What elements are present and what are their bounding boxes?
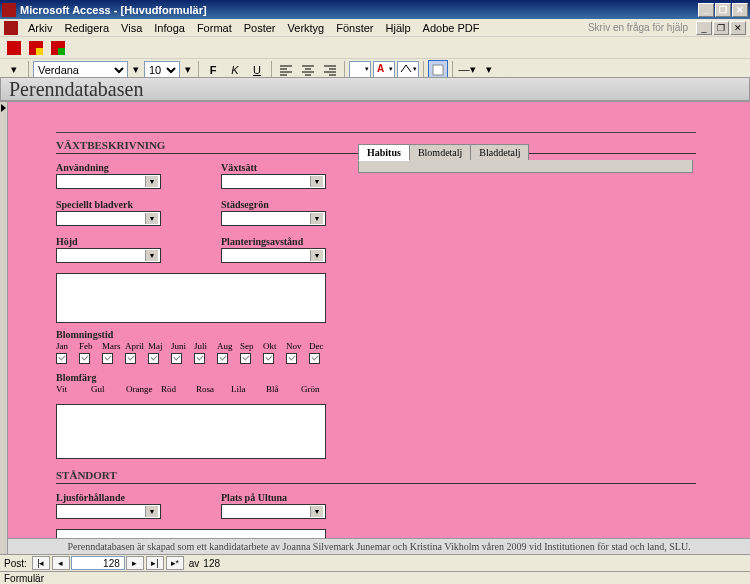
check-juni[interactable] <box>171 353 182 364</box>
combo-plantavst[interactable] <box>221 248 326 263</box>
fill-color-button[interactable] <box>349 61 371 79</box>
combo-stadse[interactable] <box>221 211 326 226</box>
pdf-mail-icon[interactable] <box>26 38 46 58</box>
svg-rect-2 <box>36 48 43 55</box>
tab-bladdetalj[interactable]: Bladdetalj <box>470 144 529 161</box>
form-header: Perenndatabasen <box>0 77 750 101</box>
month-label: Maj <box>148 341 171 351</box>
check-mars[interactable] <box>102 353 113 364</box>
form-icon <box>4 21 18 35</box>
check-jan[interactable] <box>56 353 67 364</box>
label-anvandning: Användning <box>56 162 161 173</box>
month-header-row: Jan Feb Mars April Maj Juni Juli Aug Sep… <box>56 341 750 351</box>
color-label: Orange <box>126 384 161 394</box>
doc-close-button[interactable]: ✕ <box>730 21 746 35</box>
current-record-marker-icon <box>1 104 6 112</box>
color-label: Vit <box>56 384 91 394</box>
menu-infoga[interactable]: Infoga <box>148 21 191 35</box>
menu-poster[interactable]: Poster <box>238 21 282 35</box>
help-search-label[interactable]: Skriv en fråga för hjälp <box>588 22 692 33</box>
check-aug[interactable] <box>217 353 228 364</box>
combo-hojd[interactable] <box>56 248 161 263</box>
label-plantavst: Planteringsavstånd <box>221 236 326 247</box>
combo-plats[interactable] <box>221 504 326 519</box>
label-plats: Plats på Ultuna <box>221 492 326 503</box>
menu-hjalp[interactable]: Hjälp <box>380 21 417 35</box>
pdf-toolbar <box>0 37 750 59</box>
menu-fonster[interactable]: Fönster <box>330 21 379 35</box>
color-label: Grön <box>301 384 336 394</box>
tab-body <box>358 160 693 173</box>
nav-new-button[interactable]: ▸* <box>166 556 184 570</box>
label-blomfarg: Blomfärg <box>56 372 750 383</box>
font-size-select[interactable]: 10 <box>144 61 180 79</box>
check-nov[interactable] <box>286 353 297 364</box>
month-label: Juni <box>171 341 194 351</box>
check-maj[interactable] <box>148 353 159 364</box>
combo-anvandning[interactable] <box>56 174 161 189</box>
tab-blomdetalj[interactable]: Blomdetalj <box>409 144 471 161</box>
label-ljus: Ljusförhållande <box>56 492 161 503</box>
menu-bar: Arkiv Redigera Visa Infoga Format Poster… <box>0 19 750 37</box>
form-area: Perenndatabasen VÄXTBESKRIVNING Användni… <box>0 77 750 554</box>
menu-adobe[interactable]: Adobe PDF <box>417 21 486 35</box>
restore-button[interactable]: ❐ <box>715 3 731 17</box>
textbox-blomfarg[interactable] <box>56 404 326 459</box>
check-april[interactable] <box>125 353 136 364</box>
font-color-button[interactable]: A <box>373 61 395 79</box>
color-label: Blå <box>266 384 301 394</box>
close-button[interactable]: ✕ <box>732 3 748 17</box>
tab-habitus[interactable]: Habitus <box>358 144 410 161</box>
doc-restore-button[interactable]: ❐ <box>713 21 729 35</box>
month-label: Mars <box>102 341 125 351</box>
line-color-button[interactable] <box>397 61 419 79</box>
title-bar: Microsoft Access - [Huvudformulär] _ ❐ ✕ <box>0 0 750 19</box>
menu-visa[interactable]: Visa <box>115 21 148 35</box>
nav-last-button[interactable]: ▸| <box>146 556 164 570</box>
menu-arkiv[interactable]: Arkiv <box>22 21 58 35</box>
nav-first-button[interactable]: |◂ <box>32 556 50 570</box>
svg-rect-5 <box>433 65 443 75</box>
record-selector[interactable] <box>0 102 8 554</box>
check-sep[interactable] <box>240 353 251 364</box>
textbox-description[interactable] <box>56 273 326 323</box>
form-footer: Perenndatabasen är skapad som ett kandid… <box>8 538 750 554</box>
svg-rect-4 <box>58 48 65 55</box>
nav-prev-button[interactable]: ◂ <box>52 556 70 570</box>
menu-redigera[interactable]: Redigera <box>58 21 115 35</box>
app-icon <box>2 3 16 17</box>
pdf-icon[interactable] <box>4 38 24 58</box>
check-okt[interactable] <box>263 353 274 364</box>
color-header-row: Vit Gul Orange Röd Rosa Lila Blå Grön <box>56 384 750 394</box>
month-label: Sep <box>240 341 263 351</box>
month-label: April <box>125 341 148 351</box>
label-vaxtsatt: Växtsätt <box>221 162 326 173</box>
rule <box>56 132 696 133</box>
month-label: Aug <box>217 341 240 351</box>
nav-next-button[interactable]: ▸ <box>126 556 144 570</box>
check-juli[interactable] <box>194 353 205 364</box>
status-bar: Formulär <box>0 571 750 584</box>
menu-verktyg[interactable]: Verktyg <box>282 21 331 35</box>
menu-format[interactable]: Format <box>191 21 238 35</box>
doc-minimize-button[interactable]: _ <box>696 21 712 35</box>
font-name-select[interactable]: Verdana <box>33 61 128 79</box>
label-bladverk: Speciellt bladverk <box>56 199 161 210</box>
minimize-button[interactable]: _ <box>698 3 714 17</box>
combo-vaxtsatt[interactable] <box>221 174 326 189</box>
color-label: Gul <box>91 384 126 394</box>
combo-ljus[interactable] <box>56 504 161 519</box>
pdf-export-icon[interactable] <box>48 38 68 58</box>
section-standort: STÅNDORT <box>56 469 696 484</box>
color-label: Lila <box>231 384 266 394</box>
record-navigator: Post: |◂ ◂ ▸ ▸| ▸* av 128 <box>0 554 750 571</box>
color-label: Röd <box>161 384 196 394</box>
label-stadse: Städsegrön <box>221 199 326 210</box>
combo-bladverk[interactable] <box>56 211 161 226</box>
month-check-row <box>56 353 750 364</box>
nav-current-input[interactable] <box>71 556 125 570</box>
check-dec[interactable] <box>309 353 320 364</box>
check-feb[interactable] <box>79 353 90 364</box>
month-label: Juli <box>194 341 217 351</box>
month-label: Okt <box>263 341 286 351</box>
